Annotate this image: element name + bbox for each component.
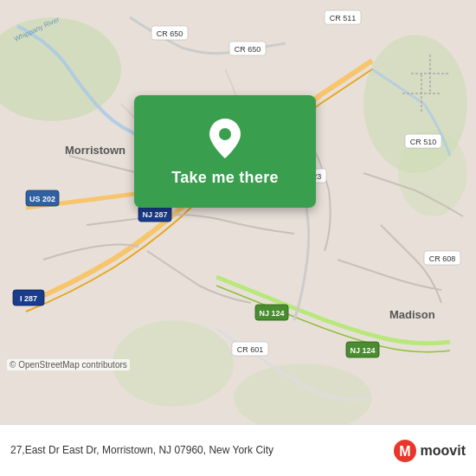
svg-text:NJ 124: NJ 124 xyxy=(259,309,284,318)
take-me-there-button[interactable]: Take me there xyxy=(171,169,279,187)
svg-text:M: M xyxy=(399,444,410,459)
svg-text:I 287: I 287 xyxy=(20,294,37,303)
svg-point-37 xyxy=(219,128,231,140)
moovit-brand-icon: M xyxy=(393,439,417,463)
action-card[interactable]: Take me there xyxy=(134,95,316,208)
moovit-brand-name: moovit xyxy=(421,443,466,459)
address-text: 27,East Dr East Dr, Morristown, NJ 07960… xyxy=(10,443,393,458)
svg-text:CR 650: CR 650 xyxy=(235,45,261,54)
svg-text:CR 650: CR 650 xyxy=(157,29,183,38)
moovit-logo: M moovit xyxy=(393,439,466,463)
svg-text:CR 510: CR 510 xyxy=(410,138,437,146)
svg-text:CR 511: CR 511 xyxy=(330,14,357,23)
svg-text:Madison: Madison xyxy=(389,308,435,321)
bottom-bar: 27,East Dr East Dr, Morristown, NJ 07960… xyxy=(0,424,476,476)
svg-text:NJ 287: NJ 287 xyxy=(142,210,167,219)
openstreetmap-credit: © OpenStreetMap contributors xyxy=(7,359,130,370)
location-pin-icon xyxy=(206,117,244,160)
svg-text:CR 608: CR 608 xyxy=(429,254,456,263)
svg-text:Morristown: Morristown xyxy=(65,144,125,157)
svg-text:US 202: US 202 xyxy=(29,195,55,203)
svg-text:NJ 124: NJ 124 xyxy=(350,346,375,355)
svg-point-4 xyxy=(113,320,234,407)
map-container: CR 511 CR 650 CR 650 CR 510 CR 623 CR 60… xyxy=(0,0,476,424)
svg-text:CR 601: CR 601 xyxy=(237,345,264,354)
